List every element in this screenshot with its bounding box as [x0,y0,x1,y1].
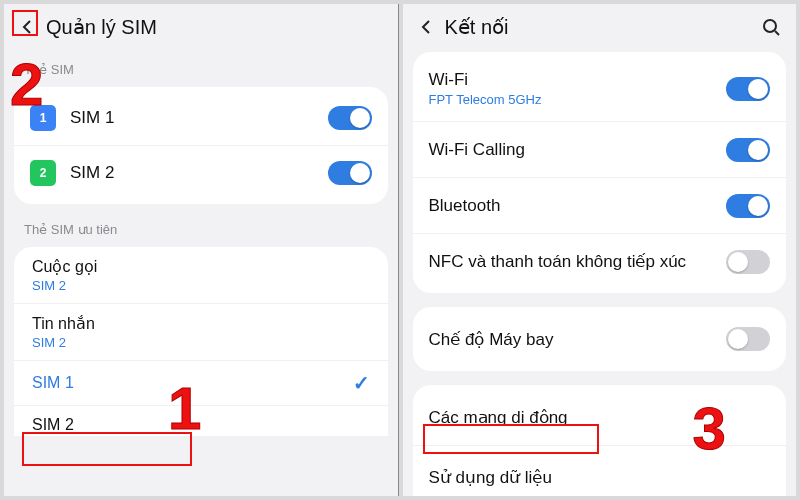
chevron-left-icon [418,19,434,35]
svg-point-0 [764,20,776,32]
section-label-priority: Thẻ SIM ưu tiên [4,208,398,243]
sim-list-card: 1 SIM 1 2 SIM 2 [14,87,388,204]
bluetooth-label: Bluetooth [429,196,727,216]
wifi-toggle[interactable] [726,77,770,101]
sim-manager-screen: Quản lý SIM Thẻ SIM 1 SIM 1 2 SIM 2 Thẻ … [4,4,399,496]
mobile-networks-row[interactable]: Các mạng di động [413,389,787,445]
sim2-row[interactable]: 2 SIM 2 [14,145,388,200]
nfc-label: NFC và thanh toán không tiếp xúc [429,251,727,272]
page-title: Kết nối [445,15,759,39]
wifi-label: Wi-Fi [429,70,727,90]
pref-data-other-row[interactable]: SIM 2 [14,406,388,437]
connections-card-1: Wi-Fi FPT Telecom 5GHz Wi-Fi Calling Blu… [413,52,787,293]
connections-screen: Kết nối Wi-Fi FPT Telecom 5GHz Wi-Fi Cal… [403,4,797,496]
sim1-row[interactable]: 1 SIM 1 [14,91,388,145]
nfc-row[interactable]: NFC và thanh toán không tiếp xúc [413,233,787,289]
chevron-left-icon [19,19,35,35]
back-button[interactable] [413,14,439,40]
wifi-calling-label: Wi-Fi Calling [429,140,727,160]
mobile-networks-label: Các mạng di động [429,407,771,428]
pref-calls-row[interactable]: Cuộc gọi SIM 2 [14,247,388,304]
airplane-row[interactable]: Chế độ Máy bay [413,311,787,367]
pref-data-selected-label: SIM 1 [32,374,74,392]
section-label-the-sim: Thẻ SIM [4,48,398,83]
sim1-toggle[interactable] [328,106,372,130]
bluetooth-row[interactable]: Bluetooth [413,177,787,233]
pref-calls-value: SIM 2 [32,278,370,293]
wifi-sublabel: FPT Telecom 5GHz [429,92,727,107]
connections-card-3: Các mạng di động Sử dụng dữ liệu [413,385,787,496]
pref-data-selected-row[interactable]: SIM 1 ✓ [14,361,388,406]
check-icon: ✓ [353,371,370,395]
sim2-label: SIM 2 [70,163,328,183]
search-button[interactable] [758,14,784,40]
page-title: Quản lý SIM [46,15,386,39]
sim1-label: SIM 1 [70,108,328,128]
pref-sms-value: SIM 2 [32,335,370,350]
back-button[interactable] [14,14,40,40]
data-usage-label: Sử dụng dữ liệu [429,467,771,488]
airplane-label: Chế độ Máy bay [429,329,727,350]
connections-card-2: Chế độ Máy bay [413,307,787,371]
bluetooth-toggle[interactable] [726,194,770,218]
nfc-toggle[interactable] [726,250,770,274]
header: Kết nối [403,4,797,48]
pref-data-other-label: SIM 2 [32,416,370,434]
airplane-toggle[interactable] [726,327,770,351]
pref-calls-label: Cuộc gọi [32,257,370,276]
sim2-toggle[interactable] [328,161,372,185]
header: Quản lý SIM [4,4,398,48]
pref-sms-label: Tin nhắn [32,314,370,333]
sim1-icon: 1 [30,105,56,131]
search-icon [761,17,781,37]
pref-sms-row[interactable]: Tin nhắn SIM 2 [14,304,388,361]
wifi-calling-toggle[interactable] [726,138,770,162]
data-usage-row[interactable]: Sử dụng dữ liệu [413,445,787,496]
priority-sim-list: Cuộc gọi SIM 2 Tin nhắn SIM 2 SIM 1 ✓ SI… [14,247,388,437]
annotation-box-sim1 [22,432,192,466]
svg-line-1 [775,31,779,35]
sim2-icon: 2 [30,160,56,186]
wifi-calling-row[interactable]: Wi-Fi Calling [413,121,787,177]
wifi-row[interactable]: Wi-Fi FPT Telecom 5GHz [413,56,787,121]
